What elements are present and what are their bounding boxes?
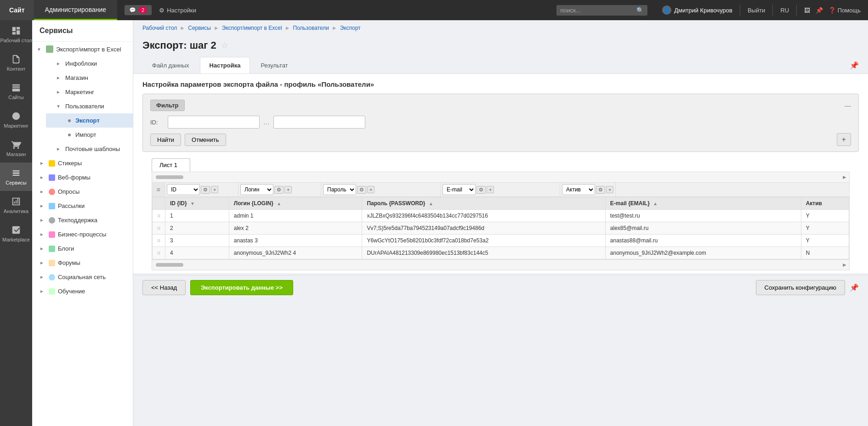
col-select-active[interactable]: IDЛогинПарольE-mailАктив: [562, 184, 595, 195]
col-settings-button-4[interactable]: ⚙: [477, 186, 486, 194]
breadcrumb-services[interactable]: Сервисы: [188, 25, 211, 31]
nav-item-shop[interactable]: ► Магазин: [41, 71, 133, 85]
horizontal-scrollbar[interactable]: [156, 175, 183, 179]
nav-item-mail-templates[interactable]: ► Почтовые шаблоны: [41, 142, 133, 156]
scroll-right-arrow-bottom[interactable]: ►: [842, 262, 847, 268]
search-bar[interactable]: 🔍: [556, 5, 647, 16]
nav-item-forums[interactable]: ► Форумы: [32, 256, 133, 270]
col-settings-button-5[interactable]: ⚙: [596, 186, 605, 194]
sidebar-item-marketplace[interactable]: Marketplace: [0, 219, 32, 248]
breadcrumb-users[interactable]: Пользователи: [293, 25, 329, 31]
sort-icon-login[interactable]: ▲: [277, 201, 281, 206]
nav-item-learning[interactable]: ► Обучение: [32, 284, 133, 298]
notifications-button[interactable]: 💬 2: [125, 5, 152, 15]
bullet-icon: [68, 134, 71, 136]
nav-item-social[interactable]: ► Социальная сеть: [32, 270, 133, 284]
cell-login: alex 2: [229, 222, 362, 235]
col-settings-button-2[interactable]: ⚙: [274, 186, 284, 194]
favorite-star-icon[interactable]: ☆: [221, 40, 228, 50]
back-button[interactable]: << Назад: [142, 280, 186, 295]
language-selector[interactable]: RU: [780, 7, 789, 14]
sidebar-item-shop[interactable]: Магазин: [0, 134, 32, 163]
sort-icon-password[interactable]: ▲: [429, 201, 433, 206]
arrow-icon: ►: [40, 161, 44, 166]
sort-icon-id[interactable]: ▼: [190, 201, 195, 206]
col-add-button-3[interactable]: +: [367, 186, 374, 193]
svg-rect-2: [12, 89, 20, 91]
pin-bottom-icon[interactable]: 📌: [850, 283, 859, 292]
col-settings-button-1[interactable]: ⚙: [201, 186, 210, 194]
bullet-icon: [68, 119, 71, 122]
tab-result[interactable]: Результат: [251, 57, 297, 73]
row-handle-cell[interactable]: ≡: [153, 235, 165, 247]
logout-button[interactable]: Выйти: [748, 7, 766, 14]
filter-add-button[interactable]: +: [837, 133, 851, 146]
sort-icon-email[interactable]: ▲: [653, 201, 658, 206]
sidebar-item-marketing[interactable]: Маркетинг: [0, 106, 32, 134]
help-button[interactable]: ❓ Помощь: [828, 7, 861, 14]
save-config-button[interactable]: Сохранить конфигурацию: [756, 280, 845, 295]
breadcrumb-sep4: ►: [332, 25, 337, 31]
cell-login: anonymous_9JriJ2Wh2 4: [229, 247, 362, 259]
row-handle-cell[interactable]: ≡: [153, 210, 165, 222]
filter-range-dots[interactable]: …: [263, 118, 270, 126]
col-select-login[interactable]: IDЛогинПарольE-mailАктив: [240, 184, 273, 195]
search-input[interactable]: [560, 7, 634, 14]
col-add-button-1[interactable]: +: [211, 186, 218, 193]
row-handle-cell: ≡: [152, 183, 165, 196]
col-add-button-5[interactable]: +: [606, 186, 613, 193]
sidebar-item-dashboard[interactable]: Рабочий стол: [0, 20, 32, 49]
sheet-tab-1[interactable]: [152, 158, 190, 172]
filter-cancel-button[interactable]: Отменить: [185, 134, 226, 146]
arrow-icon: ►: [56, 61, 61, 66]
sheet-tab-input[interactable]: [159, 162, 182, 168]
nav-item-mailing[interactable]: ► Рассылки: [32, 199, 133, 213]
breadcrumb-desktop[interactable]: Рабочий стол: [142, 25, 177, 31]
horizontal-scrollbar-bottom[interactable]: [156, 263, 183, 267]
col-select-email[interactable]: IDЛогинПарольE-mailАктив: [443, 184, 476, 195]
sidebar-item-services[interactable]: Сервисы: [0, 163, 32, 191]
col-add-button-4[interactable]: +: [487, 186, 494, 193]
nav-item-surveys[interactable]: ► Опросы: [32, 185, 133, 199]
settings-button[interactable]: ⚙ Настройки: [159, 7, 196, 14]
learning-icon: [49, 288, 55, 295]
admin-tab[interactable]: Администрирование: [34, 0, 118, 20]
user-menu[interactable]: 👤 Дмитрий Кривочуров: [662, 6, 732, 15]
tab-file[interactable]: Файл данных: [142, 57, 199, 73]
sidebar-title: Сервисы: [32, 20, 133, 42]
main-layout: Рабочий стол Контент Сайты Маркетинг Маг…: [0, 20, 868, 426]
pin-tab-icon[interactable]: 📌: [850, 61, 859, 70]
monitor-icon[interactable]: 🖼: [804, 7, 810, 14]
sidebar-item-analytics[interactable]: Аналитика: [0, 191, 32, 219]
nav-item-excel-export[interactable]: ▼ Экспорт/импорт в Excel: [32, 42, 133, 56]
breadcrumb-export[interactable]: Экспорт: [340, 25, 361, 31]
nav-item-import[interactable]: Импорт: [46, 128, 133, 142]
filter-find-button[interactable]: Найти: [150, 134, 181, 146]
export-button[interactable]: Экспортировать данные >>: [190, 280, 293, 295]
col-select-id[interactable]: IDЛогинПарольE-mailАктив: [167, 184, 200, 195]
sidebar-item-content[interactable]: Контент: [0, 49, 32, 77]
id-filter-from-input[interactable]: [168, 116, 260, 129]
nav-item-users[interactable]: ▼ Пользователи: [41, 99, 133, 113]
filter-collapse-button[interactable]: —: [845, 102, 851, 109]
site-tab[interactable]: Сайт: [0, 0, 34, 20]
row-handle-cell[interactable]: ≡: [153, 247, 165, 259]
nav-item-blogs[interactable]: ► Блоги: [32, 241, 133, 256]
nav-item-webforms[interactable]: ► Веб-формы: [32, 170, 133, 185]
col-add-button-2[interactable]: +: [284, 186, 292, 193]
nav-item-infoblocks[interactable]: ► Инфоблоки: [41, 56, 133, 71]
nav-item-marketing[interactable]: ► Маркетинг: [41, 85, 133, 99]
nav-item-stickers[interactable]: ► Стикеры: [32, 156, 133, 170]
nav-item-support[interactable]: ► Техподдержка: [32, 213, 133, 227]
col-select-password[interactable]: IDЛогинПарольE-mailАктив: [323, 184, 356, 195]
breadcrumb-excel[interactable]: Экспорт/импорт в Excel: [222, 25, 282, 31]
row-handle-cell[interactable]: ≡: [153, 222, 165, 235]
bookmark-icon[interactable]: 📌: [816, 7, 823, 14]
sidebar-item-sites[interactable]: Сайты: [0, 77, 32, 106]
id-filter-to-input[interactable]: [273, 116, 365, 129]
tab-settings[interactable]: Настройка: [200, 57, 250, 73]
nav-item-export[interactable]: Экспорт: [46, 113, 133, 128]
nav-item-bizproc[interactable]: ► Бизнес-процессы: [32, 227, 133, 241]
scroll-right-arrow[interactable]: ►: [842, 174, 847, 180]
col-settings-button-3[interactable]: ⚙: [357, 186, 366, 194]
